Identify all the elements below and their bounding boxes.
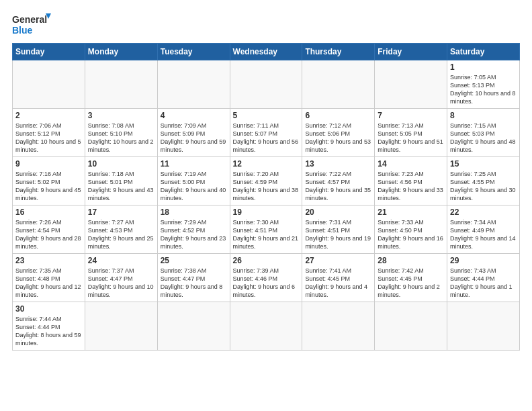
- calendar-cell: 23Sunrise: 7:35 AM Sunset: 4:48 PM Dayli…: [13, 254, 85, 302]
- calendar-cell: 27Sunrise: 7:41 AM Sunset: 4:45 PM Dayli…: [302, 254, 375, 302]
- calendar-cell: 28Sunrise: 7:42 AM Sunset: 4:45 PM Dayli…: [375, 254, 447, 302]
- calendar-cell: [375, 60, 447, 109]
- day-number: 20: [305, 208, 371, 217]
- calendar-table: SundayMondayTuesdayWednesdayThursdayFrid…: [12, 43, 520, 351]
- day-number: 4: [161, 111, 227, 120]
- day-info: Sunrise: 7:35 AM Sunset: 4:48 PM Dayligh…: [15, 267, 82, 300]
- weekday-header-saturday: Saturday: [447, 44, 520, 60]
- day-number: 12: [233, 159, 300, 169]
- day-info: Sunrise: 7:08 AM Sunset: 5:10 PM Dayligh…: [88, 122, 154, 154]
- day-number: 1: [450, 62, 517, 72]
- calendar-cell: 13Sunrise: 7:22 AM Sunset: 4:57 PM Dayli…: [302, 157, 375, 205]
- calendar-cell: 19Sunrise: 7:30 AM Sunset: 4:51 PM Dayli…: [230, 205, 302, 254]
- day-number: 19: [233, 208, 300, 217]
- day-info: Sunrise: 7:30 AM Sunset: 4:51 PM Dayligh…: [233, 218, 300, 251]
- calendar-cell: 12Sunrise: 7:20 AM Sunset: 4:59 PM Dayli…: [230, 157, 302, 205]
- day-number: 28: [378, 256, 444, 265]
- calendar-cell: 4Sunrise: 7:09 AM Sunset: 5:09 PM Daylig…: [157, 109, 230, 157]
- day-info: Sunrise: 7:18 AM Sunset: 5:01 PM Dayligh…: [88, 170, 154, 203]
- day-info: Sunrise: 7:29 AM Sunset: 4:52 PM Dayligh…: [161, 218, 227, 251]
- day-number: 3: [88, 111, 154, 120]
- day-number: 25: [161, 256, 227, 265]
- weekday-header-sunday: Sunday: [13, 44, 85, 60]
- weekday-header-tuesday: Tuesday: [157, 44, 230, 60]
- day-info: Sunrise: 7:22 AM Sunset: 4:57 PM Dayligh…: [305, 170, 371, 203]
- calendar-cell: [230, 60, 302, 109]
- day-info: Sunrise: 7:11 AM Sunset: 5:07 PM Dayligh…: [233, 122, 300, 154]
- day-number: 21: [378, 208, 444, 217]
- day-info: Sunrise: 7:13 AM Sunset: 5:05 PM Dayligh…: [378, 122, 444, 154]
- day-info: Sunrise: 7:44 AM Sunset: 4:44 PM Dayligh…: [15, 315, 82, 348]
- calendar-cell: 10Sunrise: 7:18 AM Sunset: 5:01 PM Dayli…: [85, 157, 157, 205]
- logo: General Blue: [12, 12, 52, 38]
- calendar-cell: 9Sunrise: 7:16 AM Sunset: 5:02 PM Daylig…: [13, 157, 85, 205]
- day-number: 2: [15, 111, 82, 120]
- weekday-header-friday: Friday: [375, 44, 447, 60]
- day-number: 6: [305, 111, 371, 120]
- day-number: 14: [378, 159, 444, 169]
- calendar-cell: 16Sunrise: 7:26 AM Sunset: 4:54 PM Dayli…: [13, 205, 85, 254]
- day-info: Sunrise: 7:26 AM Sunset: 4:54 PM Dayligh…: [15, 218, 82, 251]
- day-number: 18: [161, 208, 227, 217]
- day-info: Sunrise: 7:23 AM Sunset: 4:56 PM Dayligh…: [378, 170, 444, 203]
- calendar-cell: 20Sunrise: 7:31 AM Sunset: 4:51 PM Dayli…: [302, 205, 375, 254]
- calendar-cell: [230, 302, 302, 351]
- weekday-header-wednesday: Wednesday: [230, 44, 302, 60]
- weekday-header-row: SundayMondayTuesdayWednesdayThursdayFrid…: [13, 44, 520, 60]
- calendar-cell: 21Sunrise: 7:33 AM Sunset: 4:50 PM Dayli…: [375, 205, 447, 254]
- calendar-cell: 14Sunrise: 7:23 AM Sunset: 4:56 PM Dayli…: [375, 157, 447, 205]
- day-number: 26: [233, 256, 300, 265]
- weekday-header-monday: Monday: [85, 44, 157, 60]
- calendar-cell: 18Sunrise: 7:29 AM Sunset: 4:52 PM Dayli…: [157, 205, 230, 254]
- calendar-cell: 8Sunrise: 7:15 AM Sunset: 5:03 PM Daylig…: [447, 109, 520, 157]
- day-number: 13: [305, 159, 371, 169]
- day-info: Sunrise: 7:42 AM Sunset: 4:45 PM Dayligh…: [378, 267, 444, 300]
- day-number: 29: [450, 256, 517, 265]
- svg-text:General: General: [12, 14, 47, 25]
- calendar-week-1: 1Sunrise: 7:05 AM Sunset: 5:13 PM Daylig…: [13, 60, 520, 109]
- day-info: Sunrise: 7:39 AM Sunset: 4:46 PM Dayligh…: [233, 267, 300, 300]
- calendar-week-4: 16Sunrise: 7:26 AM Sunset: 4:54 PM Dayli…: [13, 205, 520, 254]
- calendar-cell: 3Sunrise: 7:08 AM Sunset: 5:10 PM Daylig…: [85, 109, 157, 157]
- calendar-cell: 15Sunrise: 7:25 AM Sunset: 4:55 PM Dayli…: [447, 157, 520, 205]
- svg-text:Blue: Blue: [12, 25, 33, 36]
- calendar-cell: [302, 302, 375, 351]
- day-number: 15: [450, 159, 517, 169]
- day-info: Sunrise: 7:41 AM Sunset: 4:45 PM Dayligh…: [305, 267, 371, 300]
- day-info: Sunrise: 7:16 AM Sunset: 5:02 PM Dayligh…: [15, 170, 82, 203]
- day-info: Sunrise: 7:27 AM Sunset: 4:53 PM Dayligh…: [88, 218, 154, 251]
- calendar-cell: 5Sunrise: 7:11 AM Sunset: 5:07 PM Daylig…: [230, 109, 302, 157]
- day-info: Sunrise: 7:37 AM Sunset: 4:47 PM Dayligh…: [88, 267, 154, 300]
- day-info: Sunrise: 7:06 AM Sunset: 5:12 PM Dayligh…: [15, 122, 82, 154]
- day-info: Sunrise: 7:09 AM Sunset: 5:09 PM Dayligh…: [161, 122, 227, 154]
- calendar-week-2: 2Sunrise: 7:06 AM Sunset: 5:12 PM Daylig…: [13, 109, 520, 157]
- header: General Blue: [12, 12, 520, 38]
- calendar-cell: [85, 302, 157, 351]
- calendar-cell: 1Sunrise: 7:05 AM Sunset: 5:13 PM Daylig…: [447, 60, 520, 109]
- calendar-cell: 6Sunrise: 7:12 AM Sunset: 5:06 PM Daylig…: [302, 109, 375, 157]
- day-number: 16: [15, 208, 82, 217]
- calendar-cell: [447, 302, 520, 351]
- calendar-cell: 2Sunrise: 7:06 AM Sunset: 5:12 PM Daylig…: [13, 109, 85, 157]
- day-info: Sunrise: 7:15 AM Sunset: 5:03 PM Dayligh…: [450, 122, 517, 154]
- day-info: Sunrise: 7:20 AM Sunset: 4:59 PM Dayligh…: [233, 170, 300, 203]
- logo-icon: General Blue: [12, 12, 52, 38]
- calendar-cell: 24Sunrise: 7:37 AM Sunset: 4:47 PM Dayli…: [85, 254, 157, 302]
- calendar-cell: [157, 60, 230, 109]
- calendar-week-5: 23Sunrise: 7:35 AM Sunset: 4:48 PM Dayli…: [13, 254, 520, 302]
- calendar-cell: 11Sunrise: 7:19 AM Sunset: 5:00 PM Dayli…: [157, 157, 230, 205]
- day-info: Sunrise: 7:34 AM Sunset: 4:49 PM Dayligh…: [450, 218, 517, 251]
- calendar-week-6: 30Sunrise: 7:44 AM Sunset: 4:44 PM Dayli…: [13, 302, 520, 351]
- calendar-cell: 22Sunrise: 7:34 AM Sunset: 4:49 PM Dayli…: [447, 205, 520, 254]
- day-info: Sunrise: 7:33 AM Sunset: 4:50 PM Dayligh…: [378, 218, 444, 251]
- day-number: 23: [15, 256, 82, 265]
- calendar-cell: [302, 60, 375, 109]
- day-info: Sunrise: 7:19 AM Sunset: 5:00 PM Dayligh…: [161, 170, 227, 203]
- calendar-cell: 7Sunrise: 7:13 AM Sunset: 5:05 PM Daylig…: [375, 109, 447, 157]
- calendar-cell: [85, 60, 157, 109]
- weekday-header-thursday: Thursday: [302, 44, 375, 60]
- day-info: Sunrise: 7:25 AM Sunset: 4:55 PM Dayligh…: [450, 170, 517, 203]
- day-info: Sunrise: 7:05 AM Sunset: 5:13 PM Dayligh…: [450, 73, 517, 106]
- day-info: Sunrise: 7:43 AM Sunset: 4:44 PM Dayligh…: [450, 267, 517, 300]
- day-number: 30: [15, 304, 82, 314]
